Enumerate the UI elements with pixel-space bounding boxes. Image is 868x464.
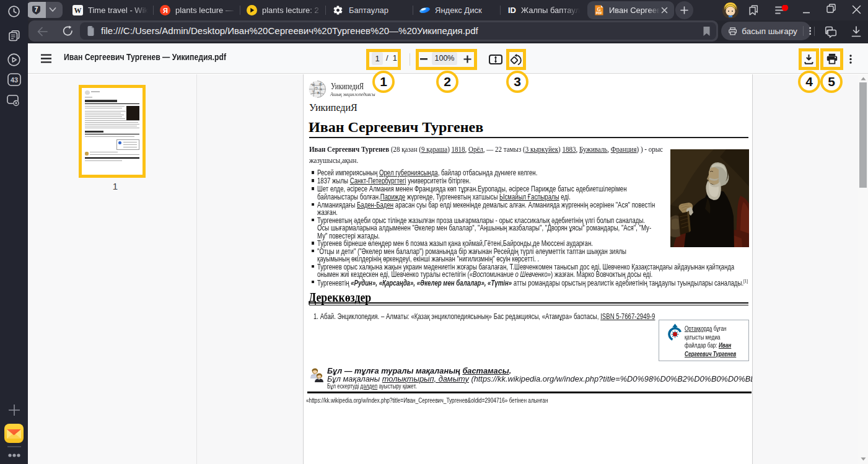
svg-text:И: И (319, 82, 322, 86)
svg-text:A: A (320, 87, 322, 91)
svg-text:7: 7 (35, 6, 38, 13)
svg-text:В: В (317, 91, 320, 95)
svg-text:W: W (74, 6, 82, 15)
svg-text:43: 43 (10, 76, 17, 84)
svg-text:PDF: PDF (596, 11, 602, 15)
svg-text:Я: Я (163, 7, 168, 14)
svg-text:ウ: ウ (315, 86, 318, 90)
svg-text:王: 王 (312, 90, 315, 94)
